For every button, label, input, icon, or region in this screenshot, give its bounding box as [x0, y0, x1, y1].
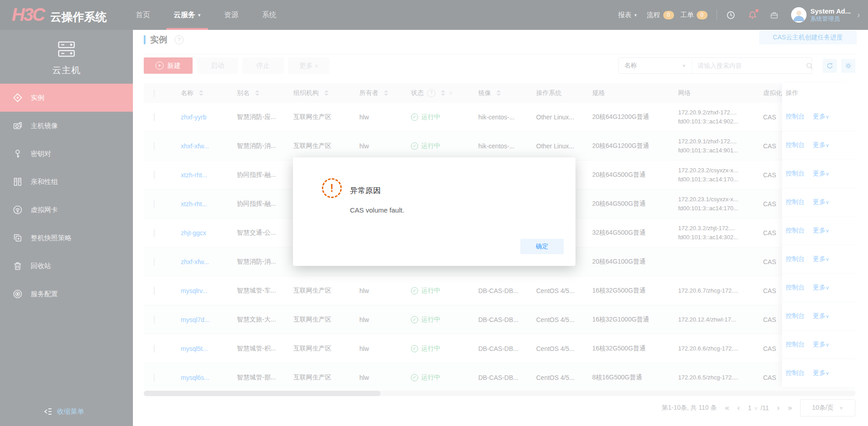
- screen: H3C 云操作系统 首页云服务▾资源系统 报表 ▾ 流程 0 工单 0: [0, 0, 868, 426]
- exception-reason-modal: ! 异常原因 CAS volume fault. 确定: [293, 157, 576, 266]
- modal-ok-button[interactable]: 确定: [520, 239, 564, 254]
- modal-message: CAS volume fault.: [350, 206, 404, 214]
- warning-circle-icon: !: [322, 178, 342, 198]
- modal-title: 异常原因: [350, 185, 381, 196]
